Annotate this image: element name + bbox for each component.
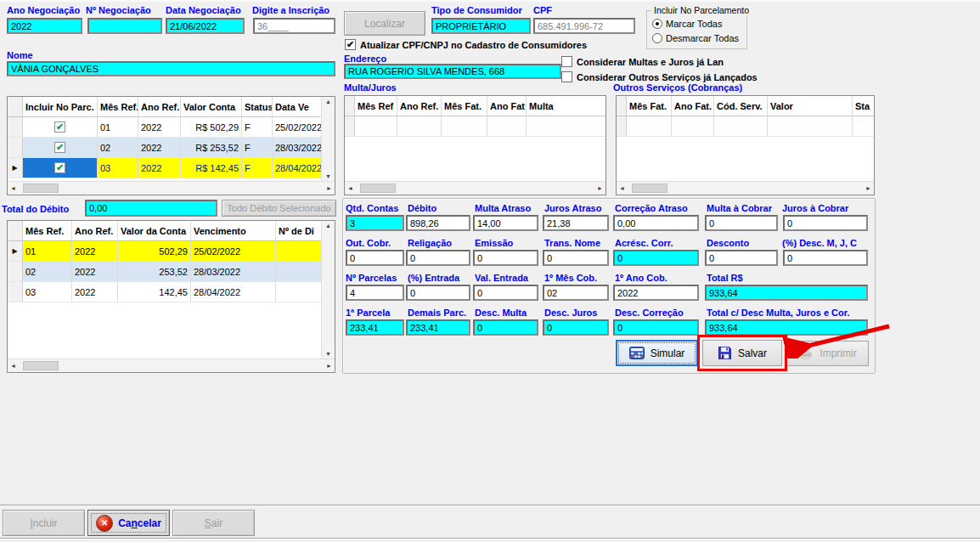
horizontal-scrollbar[interactable]: ◄ ► [8, 359, 335, 372]
table-row-selected[interactable]: ▶ 01 2022 502,29 25/02/2022 [8, 241, 321, 262]
col-header[interactable]: Cód. Serv. [714, 96, 768, 116]
col-header[interactable]: Valor [768, 96, 853, 116]
scroll-up-icon[interactable]: ▲ [325, 99, 331, 104]
cell[interactable]: 28/04/2022 [191, 282, 276, 302]
cell[interactable]: 142,45 [118, 282, 191, 302]
juros-cobrar-input[interactable]: 0 [783, 215, 868, 231]
cell[interactable]: R$ 502,29 [181, 117, 242, 137]
incluir-button[interactable]: Incluir [3, 510, 85, 536]
demais-parc-input[interactable]: 233,41 [406, 319, 470, 336]
table-row-selected[interactable]: ▶ ✔ 03 2022 R$ 142,45 F 28/04/2022 [8, 158, 321, 178]
cell[interactable]: R$ 142,45 [181, 158, 242, 178]
vertical-scrollbar[interactable]: ▲ ▼ [321, 221, 335, 359]
cell[interactable]: 2022 [72, 282, 118, 302]
trans-nome-input[interactable]: 0 [543, 250, 609, 266]
correcao-atraso-input[interactable]: 0,00 [613, 215, 699, 231]
horizontal-scrollbar[interactable]: ◄ ► [345, 181, 605, 195]
cell[interactable]: 253,52 [118, 262, 191, 281]
scroll-right-icon[interactable]: ► [865, 185, 871, 191]
qtd-contas-input[interactable]: 3 [346, 215, 404, 231]
tipo-consumidor-input[interactable]: PROPRIETÁRIO [431, 18, 531, 34]
cell[interactable]: 02 [23, 262, 72, 281]
scroll-left-icon[interactable]: ◄ [619, 185, 625, 191]
incluir-cell[interactable]: ✔ [23, 138, 98, 157]
col-header[interactable]: Mês Fat. [442, 96, 487, 116]
inscricao-input[interactable]: 36____ [253, 18, 335, 34]
juros-atraso-input[interactable]: 21,38 [543, 215, 609, 231]
cell[interactable]: 03 [23, 282, 72, 302]
cell[interactable]: F [242, 117, 273, 137]
scrollbar-thumb[interactable] [23, 183, 59, 193]
desc-correcao-input[interactable]: 0 [613, 319, 699, 336]
scroll-down-icon[interactable]: ▼ [325, 173, 331, 179]
cell[interactable]: 28/03/2022 [273, 138, 321, 157]
ano-cob-input[interactable]: 2022 [613, 285, 699, 301]
cell[interactable]: 03 [98, 158, 138, 178]
col-header[interactable]: Ano Ref. [72, 221, 118, 240]
num-negociacao-input[interactable] [87, 18, 162, 34]
perc-entrada-input[interactable]: 0 [406, 285, 470, 301]
desc-multa-input[interactable]: 0 [473, 319, 538, 336]
desc-juros-input[interactable]: 0 [543, 319, 609, 336]
cell[interactable]: 02 [98, 138, 138, 157]
out-cobr-input[interactable]: 0 [346, 250, 404, 266]
col-header[interactable]: Ano Ref. [397, 96, 442, 116]
cell[interactable]: 25/02/2022 [273, 117, 321, 137]
horizontal-scrollbar[interactable]: ◄ ► [8, 181, 335, 195]
table-row[interactable]: ✔ 02 2022 R$ 253,52 F 28/03/2022 [8, 138, 321, 158]
table-row[interactable]: 03 2022 142,45 28/04/2022 [8, 282, 321, 302]
emissao-input[interactable]: 0 [473, 250, 538, 266]
localizar-button[interactable]: Localizar [344, 11, 425, 36]
scroll-right-icon[interactable]: ► [326, 185, 332, 191]
religacao-input[interactable]: 0 [406, 250, 470, 266]
col-header[interactable]: Ano Ref. [138, 97, 181, 116]
col-header[interactable]: Sta [853, 96, 874, 116]
considerar-multas-checkbox[interactable] [561, 56, 572, 67]
vertical-scrollbar[interactable]: ▲ ▼ [321, 97, 335, 181]
scroll-left-icon[interactable]: ◄ [347, 185, 353, 191]
scrollbar-thumb[interactable] [632, 183, 667, 193]
radio-marcar-todas[interactable]: Marcar Todas [652, 19, 722, 29]
cell[interactable]: R$ 253,52 [181, 138, 242, 157]
debito-input[interactable]: 898,26 [406, 215, 470, 231]
checkbox-checked-icon[interactable]: ✔ [54, 162, 65, 173]
col-header[interactable]: Ano Fat. [672, 96, 714, 116]
endereco-input[interactable]: RUA ROGERIO SILVA MENDES, 668 [344, 64, 561, 79]
nome-input[interactable]: VÂNIA GONÇALVES [7, 61, 335, 76]
cell[interactable]: 2022 [72, 262, 118, 281]
col-header[interactable]: Status [242, 97, 273, 116]
scrollbar-thumb[interactable] [23, 361, 59, 370]
col-header[interactable]: Data Ve [273, 97, 321, 116]
cell[interactable] [276, 282, 321, 302]
data-negociacao-input[interactable]: 21/06/2022 [166, 18, 245, 34]
cell[interactable]: 01 [98, 117, 138, 137]
checkbox-checked-icon[interactable]: ✔ [54, 142, 65, 153]
col-header[interactable]: Valor Conta [181, 97, 242, 116]
scrollbar-thumb[interactable] [360, 183, 396, 193]
perc-desc-input[interactable]: 0 [783, 250, 868, 266]
total-debito-input[interactable]: 0,00 [85, 200, 217, 217]
desconto-input[interactable]: 0 [705, 250, 778, 266]
cpf-input[interactable]: 685.491.996-72 [533, 18, 635, 34]
simular-button[interactable]: Simular [616, 340, 698, 366]
cell[interactable] [276, 262, 321, 281]
cell[interactable]: 28/03/2022 [191, 262, 276, 281]
multa-atraso-input[interactable]: 14,00 [473, 215, 538, 231]
horizontal-scrollbar[interactable]: ◄ ► [617, 181, 874, 195]
table-row[interactable]: 02 2022 253,52 28/03/2022 [8, 262, 321, 282]
parcela1-input[interactable]: 233,41 [346, 319, 404, 336]
cell[interactable]: F [242, 158, 273, 178]
incluir-cell[interactable]: ✔ [23, 117, 98, 137]
cancelar-button[interactable]: ✕ Cancelar [87, 510, 170, 536]
considerar-outros-checkbox[interactable] [561, 71, 572, 82]
scroll-left-icon[interactable]: ◄ [10, 363, 16, 369]
val-entrada-input[interactable]: 0 [473, 285, 538, 301]
scroll-left-icon[interactable]: ◄ [10, 185, 16, 191]
scroll-up-icon[interactable]: ▲ [325, 223, 331, 229]
col-header[interactable]: Mês Ref. [23, 221, 72, 240]
scroll-right-icon[interactable]: ► [597, 185, 603, 191]
atualizar-cpf-checkbox[interactable]: ✔ [345, 39, 356, 50]
scroll-down-icon[interactable]: ▼ [325, 351, 331, 357]
cell[interactable]: 2022 [72, 241, 118, 261]
col-header[interactable]: Mês Fat. [627, 96, 672, 116]
